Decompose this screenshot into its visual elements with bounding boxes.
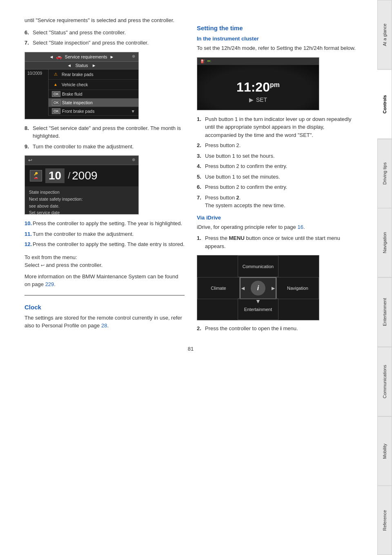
set-row: ▶ SET [236, 96, 280, 103]
instrument-cluster-screenshot: ⛽ 📟 11:20pm ▶ SET [197, 57, 319, 110]
step-text: Use button 1 to set the hours. [205, 152, 275, 160]
list-item: 12. Press the controller to apply the se… [24, 240, 185, 248]
clock-time-display: 11:20pm ▶ SET [236, 80, 280, 103]
step-num: 1. [197, 234, 205, 250]
step-num: 11. [24, 230, 33, 238]
date-header: ↩ ⊕ [25, 156, 138, 165]
step-num: 7. [197, 194, 205, 210]
step-num: 4. [197, 162, 205, 170]
maintenance-text: More information on the BMW Maintenance … [24, 273, 185, 289]
step-num: 7. [24, 39, 33, 47]
svc-header: ◄ 🚗 Service requirements ► ⊕ [25, 52, 138, 62]
idrive-menu-screenshot: Communication ▲ Climate ◄ i ► Navigation [197, 255, 319, 320]
list-item: 1. Press the MENU button once or twice u… [197, 234, 357, 250]
list-item: 5. Use button 1 to set the minutes. [197, 173, 357, 181]
step-text: Press button 2.The system accepts the ne… [205, 194, 285, 210]
step-num: 10. [24, 219, 33, 228]
sidebar-item-mobility[interactable]: Mobility [377, 416, 392, 486]
list-item: 11. Turn the controller to make the adju… [24, 230, 185, 238]
clock-body-text: The settings are stored for the remote c… [24, 314, 185, 330]
idrive-steps-list: 1. Press the MENU button once or twice u… [197, 234, 357, 250]
step-text: Push button 1 in the turn indicator leve… [205, 115, 357, 139]
sidebar-item-controls[interactable]: Controls [377, 69, 392, 139]
calendar-icon: 🔑🚗 [30, 170, 42, 181]
date-month: 10 [45, 168, 65, 183]
divider [24, 295, 185, 295]
step-num: 8. [24, 124, 33, 140]
step-text: Press button 2 to confirm the entry. [205, 183, 287, 191]
svc-row: OK Brake fluid [49, 90, 138, 98]
instrument-steps-list: 1. Push button 1 in the turn indicator l… [197, 115, 357, 210]
step-num: 12. [24, 240, 33, 248]
left-arrow-icon: ▶ [249, 96, 254, 103]
step-text: Press the controller to apply the settin… [33, 240, 185, 248]
instrument-display: 11:20pm ▶ SET [197, 65, 319, 110]
set-label: SET [256, 96, 267, 103]
svc-status: ◄ Status ► [25, 62, 138, 69]
step-text: Press the MENU button once or twice unti… [205, 234, 357, 250]
step-num: 9. [24, 143, 33, 151]
setting-time-intro: To set the 12h/24h mode, refer to Settin… [197, 44, 357, 52]
list-item: 2. Press button 2. [197, 141, 357, 150]
late-steps-list: 10. Press the controller to apply the se… [24, 219, 185, 248]
list-item: 6. Press button 2 to confirm the entry. [197, 183, 357, 191]
list-item: 7. Select "State inspection" and press t… [24, 39, 185, 47]
via-idrive-subtitle: Via iDrive [197, 215, 357, 221]
list-item: 1. Push button 1 in the turn indicator l… [197, 115, 357, 139]
svc-row-highlighted: OK State inspection [49, 98, 138, 107]
step-text: Turn the controller to make the adjustme… [33, 143, 134, 151]
sidebar-item-driving-tips[interactable]: Driving tips [377, 139, 392, 208]
svc-row: ▲ Vehicle check [49, 80, 138, 90]
sidebar-item-at-a-glance[interactable]: At a glance [377, 0, 392, 69]
intro-text: until "Service requirements" is selected… [24, 16, 185, 25]
date-year: 2009 [72, 169, 97, 182]
list-item: 3. Use button 1 to set the hours. [197, 152, 357, 160]
svc-row: OK Front brake pads ▼ [49, 107, 138, 116]
list-item: 6. Select "Status" and press the control… [24, 29, 185, 37]
sidebar-item-reference[interactable]: Reference [377, 486, 392, 555]
idrive-steps2-list: 2. Press the controller to open the i me… [197, 324, 357, 333]
via-idrive-intro: iDrive, for operating principle refer to… [197, 223, 357, 231]
step-text: Select "Set service date" and press the … [33, 124, 185, 140]
sidebar-tabs: At a glance Controls Driving tips Naviga… [377, 0, 392, 555]
step-num: 6. [24, 29, 33, 37]
list-item: 10. Press the controller to apply the se… [24, 219, 185, 228]
time-value: 11:20pm [236, 80, 280, 95]
early-steps-list: 6. Select "Status" and press the control… [24, 29, 185, 47]
instrument-cluster-subtitle: In the instrument cluster [197, 36, 357, 42]
step-num: 1. [197, 115, 205, 139]
step-text: Turn the controller to make the adjustme… [33, 230, 134, 238]
list-item: 8. Select "Set service date" and press t… [24, 124, 185, 140]
date-info: State inspection Next state safety inspe… [25, 186, 138, 215]
step-text: Use button 1 to set the minutes. [205, 173, 280, 181]
setting-time-title: Setting the time [197, 25, 357, 31]
clock-page-link[interactable]: 28 [101, 322, 107, 329]
maintenance-page-link[interactable]: 229 [45, 281, 54, 287]
step-text: Press button 2. [205, 141, 241, 150]
list-item: 4. Press button 2 to confirm the entry. [197, 162, 357, 170]
svc-row: ⚠ Rear brake pads [49, 69, 138, 80]
idrive-page-link[interactable]: 16 [297, 224, 303, 230]
service-requirements-screenshot: ◄ 🚗 Service requirements ► ⊕ ◄ Status ► … [24, 52, 139, 119]
instrument-top-bar: ⛽ 📟 [197, 58, 319, 65]
step-num: 2. [197, 141, 205, 150]
step-text: Select "State inspection" and press the … [33, 39, 149, 47]
sidebar-item-entertainment[interactable]: Entertainment [377, 278, 392, 347]
step-text: Press button 2 to confirm the entry. [205, 162, 287, 170]
date-separator: / [68, 170, 70, 181]
step-num: 5. [197, 173, 205, 181]
step-text: Select "Status" and press the controller… [33, 29, 126, 37]
middle-steps-list: 8. Select "Set service date" and press t… [24, 124, 185, 151]
list-item: 9. Turn the controller to make the adjus… [24, 143, 185, 151]
date-display: 🔑🚗 10 / 2009 [25, 165, 138, 186]
list-item: 7. Press button 2.The system accepts the… [197, 194, 357, 210]
step-text: Press the controller to apply the settin… [33, 219, 182, 228]
page-number: 81 [24, 346, 357, 352]
list-item: 2. Press the controller to open the i me… [197, 324, 357, 333]
step-num: 2. [197, 324, 205, 333]
sidebar-item-navigation[interactable]: Navigation [377, 208, 392, 278]
sidebar-item-communications[interactable]: Communications [377, 347, 392, 416]
step-text: Press the controller to open the i menu. [205, 324, 298, 333]
exit-text: To exit from the menu: Select ↩ and pres… [24, 253, 185, 269]
clock-section-title: Clock [24, 304, 185, 311]
